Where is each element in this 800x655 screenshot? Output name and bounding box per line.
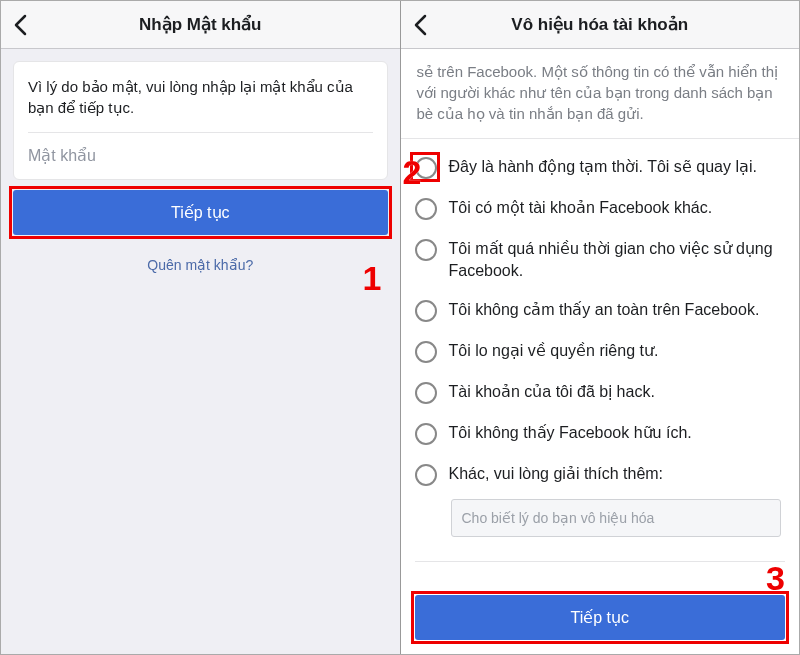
back-button[interactable]	[9, 10, 31, 40]
header: Nhập Mật khẩu	[1, 1, 400, 49]
other-reason-input[interactable]	[451, 499, 782, 537]
radio-icon	[415, 341, 437, 363]
option-label: Tôi có một tài khoản Facebook khác.	[449, 197, 713, 219]
reason-options: Đây là hành động tạm thời. Tôi sẽ quay l…	[401, 139, 800, 555]
option-other[interactable]: Khác, vui lòng giải thích thêm:	[409, 454, 796, 495]
back-button[interactable]	[409, 10, 431, 40]
deactivate-screen: Vô hiệu hóa tài khoản sẻ trên Facebook. …	[401, 1, 800, 654]
option-temporary[interactable]: Đây là hành động tạm thời. Tôi sẽ quay l…	[409, 147, 796, 188]
radio-icon	[415, 239, 437, 261]
deactivate-intro: sẻ trên Facebook. Một số thông tin có th…	[401, 49, 800, 139]
option-label: Khác, vui lòng giải thích thêm:	[449, 463, 664, 485]
radio-icon	[415, 300, 437, 322]
divider	[415, 561, 786, 562]
password-input[interactable]	[28, 132, 373, 179]
option-another-account[interactable]: Tôi có một tài khoản Facebook khác.	[409, 188, 796, 229]
radio-icon	[415, 423, 437, 445]
forgot-password-link[interactable]: Quên mật khẩu?	[13, 249, 388, 281]
option-not-useful[interactable]: Tôi không thấy Facebook hữu ích.	[409, 413, 796, 454]
radio-icon	[415, 464, 437, 486]
password-card: Vì lý do bảo mật, vui lòng nhập lại mật …	[13, 61, 388, 180]
radio-icon	[415, 198, 437, 220]
option-label: Tôi lo ngại về quyền riêng tư.	[449, 340, 659, 362]
option-label: Tôi mất quá nhiều thời gian cho việc sử …	[449, 238, 786, 281]
header: Vô hiệu hóa tài khoản	[401, 1, 800, 49]
option-unsafe[interactable]: Tôi không cảm thấy an toàn trên Facebook…	[409, 290, 796, 331]
page-title: Vô hiệu hóa tài khoản	[511, 14, 688, 35]
continue-button[interactable]: Tiếp tục	[13, 190, 388, 235]
option-privacy[interactable]: Tôi lo ngại về quyền riêng tư.	[409, 331, 796, 372]
option-label: Đây là hành động tạm thời. Tôi sẽ quay l…	[449, 156, 758, 178]
option-hacked[interactable]: Tài khoản của tôi đã bị hack.	[409, 372, 796, 413]
password-screen: Nhập Mật khẩu Vì lý do bảo mật, vui lòng…	[1, 1, 401, 654]
option-label: Tôi không thấy Facebook hữu ích.	[449, 422, 692, 444]
option-too-much-time[interactable]: Tôi mất quá nhiều thời gian cho việc sử …	[409, 229, 796, 290]
option-label: Tài khoản của tôi đã bị hack.	[449, 381, 655, 403]
radio-icon	[415, 382, 437, 404]
continue-button[interactable]: Tiếp tục	[415, 595, 786, 640]
page-title: Nhập Mật khẩu	[139, 14, 262, 35]
security-notice: Vì lý do bảo mật, vui lòng nhập lại mật …	[28, 76, 373, 118]
option-label: Tôi không cảm thấy an toàn trên Facebook…	[449, 299, 760, 321]
chevron-left-icon	[413, 14, 427, 36]
radio-icon	[415, 157, 437, 179]
chevron-left-icon	[13, 14, 27, 36]
